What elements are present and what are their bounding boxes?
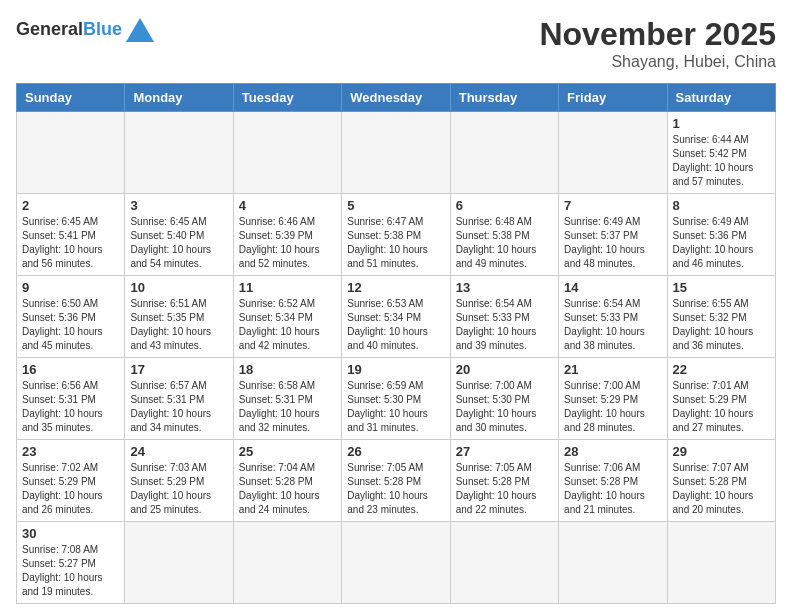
calendar-cell	[559, 112, 667, 194]
calendar-header: SundayMondayTuesdayWednesdayThursdayFrid…	[17, 84, 776, 112]
calendar-cell: 12Sunrise: 6:53 AM Sunset: 5:34 PM Dayli…	[342, 276, 450, 358]
day-info: Sunrise: 7:02 AM Sunset: 5:29 PM Dayligh…	[22, 461, 119, 517]
day-number: 25	[239, 444, 336, 459]
day-of-week-friday: Friday	[559, 84, 667, 112]
week-row-4: 16Sunrise: 6:56 AM Sunset: 5:31 PM Dayli…	[17, 358, 776, 440]
calendar-cell	[342, 522, 450, 604]
calendar-cell	[450, 112, 558, 194]
day-info: Sunrise: 7:03 AM Sunset: 5:29 PM Dayligh…	[130, 461, 227, 517]
day-number: 21	[564, 362, 661, 377]
day-number: 9	[22, 280, 119, 295]
month-title: November 2025	[539, 16, 776, 53]
day-number: 2	[22, 198, 119, 213]
day-info: Sunrise: 6:59 AM Sunset: 5:30 PM Dayligh…	[347, 379, 444, 435]
week-row-2: 2Sunrise: 6:45 AM Sunset: 5:41 PM Daylig…	[17, 194, 776, 276]
day-of-week-tuesday: Tuesday	[233, 84, 341, 112]
title-block: November 2025 Shayang, Hubei, China	[539, 16, 776, 71]
logo-triangle-icon	[126, 18, 154, 42]
days-of-week-row: SundayMondayTuesdayWednesdayThursdayFrid…	[17, 84, 776, 112]
calendar-cell	[667, 522, 775, 604]
calendar-cell	[125, 522, 233, 604]
day-number: 7	[564, 198, 661, 213]
day-number: 27	[456, 444, 553, 459]
calendar-cell: 11Sunrise: 6:52 AM Sunset: 5:34 PM Dayli…	[233, 276, 341, 358]
week-row-3: 9Sunrise: 6:50 AM Sunset: 5:36 PM Daylig…	[17, 276, 776, 358]
day-number: 4	[239, 198, 336, 213]
day-number: 22	[673, 362, 770, 377]
calendar-cell: 3Sunrise: 6:45 AM Sunset: 5:40 PM Daylig…	[125, 194, 233, 276]
calendar-cell: 8Sunrise: 6:49 AM Sunset: 5:36 PM Daylig…	[667, 194, 775, 276]
day-number: 14	[564, 280, 661, 295]
day-info: Sunrise: 6:57 AM Sunset: 5:31 PM Dayligh…	[130, 379, 227, 435]
day-info: Sunrise: 7:06 AM Sunset: 5:28 PM Dayligh…	[564, 461, 661, 517]
logo-general-text: General	[16, 19, 83, 40]
day-info: Sunrise: 6:54 AM Sunset: 5:33 PM Dayligh…	[456, 297, 553, 353]
calendar-cell	[17, 112, 125, 194]
day-info: Sunrise: 7:00 AM Sunset: 5:30 PM Dayligh…	[456, 379, 553, 435]
day-number: 16	[22, 362, 119, 377]
day-info: Sunrise: 7:05 AM Sunset: 5:28 PM Dayligh…	[456, 461, 553, 517]
day-number: 18	[239, 362, 336, 377]
day-number: 30	[22, 526, 119, 541]
day-info: Sunrise: 7:04 AM Sunset: 5:28 PM Dayligh…	[239, 461, 336, 517]
week-row-1: 1Sunrise: 6:44 AM Sunset: 5:42 PM Daylig…	[17, 112, 776, 194]
day-info: Sunrise: 6:53 AM Sunset: 5:34 PM Dayligh…	[347, 297, 444, 353]
location-title: Shayang, Hubei, China	[539, 53, 776, 71]
day-of-week-sunday: Sunday	[17, 84, 125, 112]
day-info: Sunrise: 6:56 AM Sunset: 5:31 PM Dayligh…	[22, 379, 119, 435]
day-info: Sunrise: 6:55 AM Sunset: 5:32 PM Dayligh…	[673, 297, 770, 353]
calendar-cell: 28Sunrise: 7:06 AM Sunset: 5:28 PM Dayli…	[559, 440, 667, 522]
calendar-cell: 26Sunrise: 7:05 AM Sunset: 5:28 PM Dayli…	[342, 440, 450, 522]
calendar-cell: 5Sunrise: 6:47 AM Sunset: 5:38 PM Daylig…	[342, 194, 450, 276]
day-number: 15	[673, 280, 770, 295]
week-row-5: 23Sunrise: 7:02 AM Sunset: 5:29 PM Dayli…	[17, 440, 776, 522]
day-info: Sunrise: 7:05 AM Sunset: 5:28 PM Dayligh…	[347, 461, 444, 517]
calendar-cell	[125, 112, 233, 194]
day-number: 8	[673, 198, 770, 213]
calendar-cell: 23Sunrise: 7:02 AM Sunset: 5:29 PM Dayli…	[17, 440, 125, 522]
day-number: 28	[564, 444, 661, 459]
day-of-week-saturday: Saturday	[667, 84, 775, 112]
calendar-cell: 20Sunrise: 7:00 AM Sunset: 5:30 PM Dayli…	[450, 358, 558, 440]
day-info: Sunrise: 6:54 AM Sunset: 5:33 PM Dayligh…	[564, 297, 661, 353]
day-info: Sunrise: 6:49 AM Sunset: 5:36 PM Dayligh…	[673, 215, 770, 271]
day-info: Sunrise: 6:48 AM Sunset: 5:38 PM Dayligh…	[456, 215, 553, 271]
day-info: Sunrise: 7:08 AM Sunset: 5:27 PM Dayligh…	[22, 543, 119, 599]
calendar-cell: 22Sunrise: 7:01 AM Sunset: 5:29 PM Dayli…	[667, 358, 775, 440]
calendar-cell: 7Sunrise: 6:49 AM Sunset: 5:37 PM Daylig…	[559, 194, 667, 276]
calendar-cell: 16Sunrise: 6:56 AM Sunset: 5:31 PM Dayli…	[17, 358, 125, 440]
calendar-cell	[233, 522, 341, 604]
day-number: 20	[456, 362, 553, 377]
calendar-cell	[450, 522, 558, 604]
calendar-cell	[559, 522, 667, 604]
day-info: Sunrise: 6:58 AM Sunset: 5:31 PM Dayligh…	[239, 379, 336, 435]
calendar-cell: 27Sunrise: 7:05 AM Sunset: 5:28 PM Dayli…	[450, 440, 558, 522]
week-row-6: 30Sunrise: 7:08 AM Sunset: 5:27 PM Dayli…	[17, 522, 776, 604]
day-info: Sunrise: 6:49 AM Sunset: 5:37 PM Dayligh…	[564, 215, 661, 271]
day-info: Sunrise: 7:00 AM Sunset: 5:29 PM Dayligh…	[564, 379, 661, 435]
calendar-cell: 2Sunrise: 6:45 AM Sunset: 5:41 PM Daylig…	[17, 194, 125, 276]
day-number: 29	[673, 444, 770, 459]
calendar-cell: 29Sunrise: 7:07 AM Sunset: 5:28 PM Dayli…	[667, 440, 775, 522]
day-of-week-monday: Monday	[125, 84, 233, 112]
calendar-cell: 15Sunrise: 6:55 AM Sunset: 5:32 PM Dayli…	[667, 276, 775, 358]
day-info: Sunrise: 7:07 AM Sunset: 5:28 PM Dayligh…	[673, 461, 770, 517]
day-info: Sunrise: 7:01 AM Sunset: 5:29 PM Dayligh…	[673, 379, 770, 435]
day-number: 24	[130, 444, 227, 459]
calendar-cell: 1Sunrise: 6:44 AM Sunset: 5:42 PM Daylig…	[667, 112, 775, 194]
day-of-week-wednesday: Wednesday	[342, 84, 450, 112]
calendar-cell	[233, 112, 341, 194]
calendar-cell: 19Sunrise: 6:59 AM Sunset: 5:30 PM Dayli…	[342, 358, 450, 440]
day-info: Sunrise: 6:45 AM Sunset: 5:40 PM Dayligh…	[130, 215, 227, 271]
day-number: 10	[130, 280, 227, 295]
calendar-cell: 24Sunrise: 7:03 AM Sunset: 5:29 PM Dayli…	[125, 440, 233, 522]
day-info: Sunrise: 6:46 AM Sunset: 5:39 PM Dayligh…	[239, 215, 336, 271]
day-info: Sunrise: 6:47 AM Sunset: 5:38 PM Dayligh…	[347, 215, 444, 271]
page-header: General Blue November 2025 Shayang, Hube…	[16, 16, 776, 71]
calendar-cell: 25Sunrise: 7:04 AM Sunset: 5:28 PM Dayli…	[233, 440, 341, 522]
calendar-cell	[342, 112, 450, 194]
day-info: Sunrise: 6:45 AM Sunset: 5:41 PM Dayligh…	[22, 215, 119, 271]
day-number: 19	[347, 362, 444, 377]
day-number: 11	[239, 280, 336, 295]
day-number: 6	[456, 198, 553, 213]
